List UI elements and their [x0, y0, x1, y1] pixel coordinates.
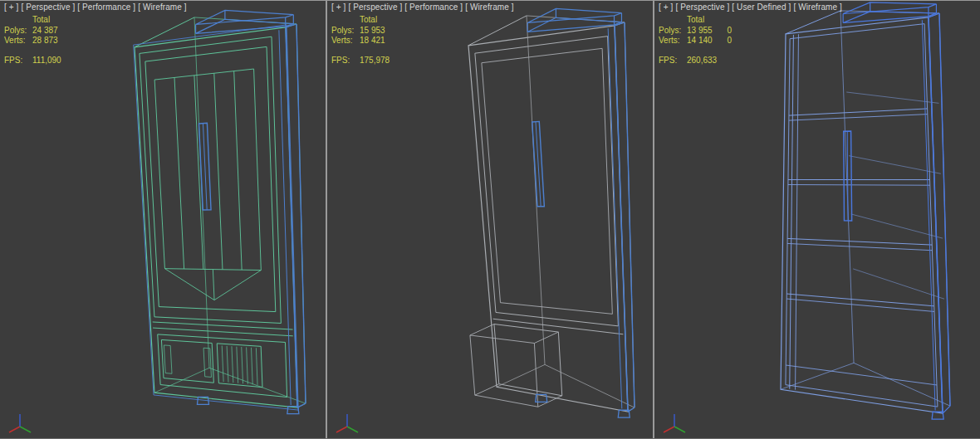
fridge-wireframe-model[interactable] [654, 1, 980, 438]
stat-polys-row: Polys:15 953 [331, 26, 400, 37]
fridge-wireframe-model[interactable] [327, 1, 653, 438]
viewport-shading-menu[interactable]: [ Wireframe ] [793, 2, 842, 12]
viewport-perspective-3[interactable]: [ + ][ Perspective ][ User Defined ][ Wi… [654, 1, 980, 438]
stat-total-row: Total [659, 15, 732, 26]
stat-total-row: Total [4, 15, 73, 26]
viewport-plus-menu[interactable]: [ + ] [659, 2, 673, 12]
viewport-mode-menu[interactable]: [ Performance ] [77, 2, 135, 12]
viewport-statistics: Total Polys:13 9550 Verts:14 1400 FPS:26… [659, 15, 732, 66]
viewport-label: [ + ][ Perspective ][ User Defined ][ Wi… [659, 2, 845, 12]
viewport-perspective-1[interactable]: [ + ][ Perspective ][ Performance ][ Wir… [0, 1, 327, 438]
viewport-perspective-2[interactable]: [ + ][ Perspective ][ Performance ][ Wir… [327, 1, 654, 438]
stat-verts-row: Verts:14 1400 [659, 36, 732, 46]
stat-total-row: Total [331, 15, 400, 26]
stat-verts-row: Verts:18 421 [331, 36, 400, 46]
stat-polys-row: Polys:13 9550 [659, 26, 732, 37]
stat-fps-row: FPS:111,090 [4, 56, 73, 66]
stat-verts-row: Verts:28 873 [4, 36, 73, 46]
viewport-label: [ + ][ Perspective ][ Performance ][ Wir… [4, 2, 189, 12]
viewport-label: [ + ][ Perspective ][ Performance ][ Wir… [331, 2, 517, 12]
viewport-pov-menu[interactable]: [ Perspective ] [675, 2, 729, 12]
viewport-mode-menu[interactable]: [ Performance ] [404, 2, 463, 12]
stat-polys-row: Polys:24 387 [4, 26, 73, 37]
viewport-statistics: Total Polys:24 387 Verts:28 873 FPS:111,… [4, 15, 73, 66]
viewport-plus-menu[interactable]: [ + ] [331, 2, 345, 12]
stat-fps-row: FPS:260,633 [659, 56, 732, 66]
viewport-layout: [ + ][ Perspective ][ Performance ][ Wir… [0, 0, 980, 439]
viewport-mode-menu[interactable]: [ User Defined ] [732, 2, 791, 12]
viewport-pov-menu[interactable]: [ Perspective ] [348, 2, 402, 12]
viewport-shading-menu[interactable]: [ Wireframe ] [465, 2, 514, 12]
viewport-pov-menu[interactable]: [ Perspective ] [21, 2, 75, 12]
world-axis-icon [659, 410, 693, 437]
viewport-shading-menu[interactable]: [ Wireframe ] [138, 2, 187, 12]
viewport-statistics: Total Polys:15 953 Verts:18 421 FPS:175,… [331, 15, 400, 66]
viewport-plus-menu[interactable]: [ + ] [4, 2, 18, 12]
fridge-wireframe-model[interactable] [0, 1, 326, 438]
stat-fps-row: FPS:175,978 [331, 56, 400, 66]
world-axis-icon [332, 410, 365, 437]
world-axis-icon [5, 410, 38, 437]
